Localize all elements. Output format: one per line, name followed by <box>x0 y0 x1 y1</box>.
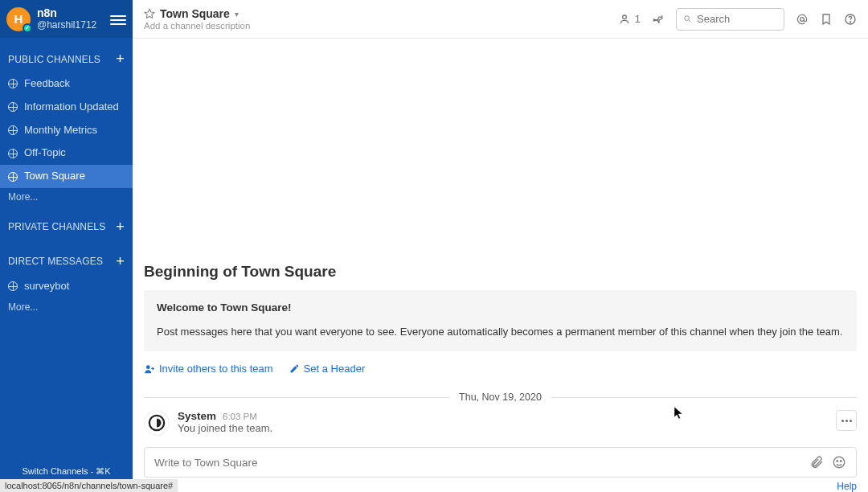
sidebar-item-label: Off-Topic <box>24 145 66 162</box>
channel-header: Town Square ▾ Add a channel description … <box>133 0 868 39</box>
compose-area <box>133 444 868 478</box>
channel-description-add[interactable]: Add a channel description <box>144 21 612 31</box>
star-icon[interactable] <box>144 8 155 19</box>
svg-point-9 <box>833 457 845 468</box>
svg-marker-0 <box>145 9 154 18</box>
direct-messages-header: DIRECT MESSAGES + <box>0 253 133 275</box>
public-channels-label: PUBLIC CHANNELS <box>8 54 100 65</box>
public-channels-section: PUBLIC CHANNELS + Feedback Information U… <box>0 51 133 206</box>
channel-title: Town Square <box>160 7 230 20</box>
hamburger-menu-icon[interactable] <box>110 13 126 26</box>
private-channels-label: PRIVATE CHANNELS <box>8 221 105 232</box>
invite-label: Invite others to this team <box>159 363 273 375</box>
globe-icon <box>8 79 18 88</box>
member-count-value: 1 <box>635 13 641 25</box>
help-icon[interactable] <box>844 13 857 26</box>
invite-others-link[interactable]: Invite others to this team <box>144 363 273 375</box>
welcome-box: Welcome to Town Square! Post messages he… <box>144 290 857 351</box>
sidebar-item-label: surveybot <box>24 278 69 295</box>
add-public-channel-icon[interactable]: + <box>116 51 125 68</box>
svg-point-1 <box>622 15 626 19</box>
post-you: You <box>178 422 199 434</box>
globe-icon <box>8 172 18 182</box>
compose-input[interactable] <box>154 457 801 469</box>
svg-point-7 <box>146 365 150 369</box>
user-handle: @harshil1712 <box>37 20 96 31</box>
add-dm-icon[interactable]: + <box>116 253 125 270</box>
channel-body: Beginning of Town Square Welcome to Town… <box>133 39 868 444</box>
channel-header-right: 1 <box>620 8 857 31</box>
globe-icon <box>8 102 18 112</box>
system-avatar <box>144 410 170 436</box>
sidebar-item-town-square[interactable]: Town Square <box>0 165 133 188</box>
welcome-text: Post messages here that you want everyon… <box>157 325 844 340</box>
channel-header-left: Town Square ▾ Add a channel description <box>144 7 612 31</box>
sidebar-item-label: Town Square <box>24 168 85 185</box>
post-system-joined: System 6:03 PM You joined the team. <box>133 407 868 439</box>
svg-point-2 <box>685 16 690 21</box>
private-channels-header: PRIVATE CHANNELS + <box>0 219 133 240</box>
sidebar: H n8n @harshil1712 PUBLIC CHANNELS + Fee… <box>0 0 133 492</box>
emoji-icon[interactable] <box>832 455 846 469</box>
post-content: System 6:03 PM You joined the team. <box>178 410 857 436</box>
avatar-letter: H <box>14 12 23 26</box>
people-icon <box>620 13 633 26</box>
post-text: You joined the team. <box>178 422 857 434</box>
status-badge-online-icon <box>23 23 32 33</box>
sidebar-item-monthly-metrics[interactable]: Monthly Metrics <box>0 119 133 142</box>
team-name: n8n <box>37 7 96 19</box>
svg-point-10 <box>837 461 838 462</box>
pin-icon[interactable] <box>652 13 665 26</box>
team-avatar[interactable]: H <box>6 7 31 31</box>
channel-title-row[interactable]: Town Square ▾ <box>144 7 612 20</box>
add-private-channel-icon[interactable]: + <box>116 219 125 236</box>
public-channels-header: PUBLIC CHANNELS + <box>0 51 133 72</box>
mentions-icon[interactable] <box>796 13 809 26</box>
bookmark-icon[interactable] <box>820 13 833 26</box>
direct-messages-label: DIRECT MESSAGES <box>8 256 103 267</box>
intro-heading: Beginning of Town Square <box>144 263 857 281</box>
channel-intro: Beginning of Town Square Welcome to Town… <box>133 263 868 387</box>
private-channels-section: PRIVATE CHANNELS + <box>0 219 133 240</box>
sidebar-item-information-updated[interactable]: Information Updated <box>0 96 133 119</box>
sidebar-item-off-topic[interactable]: Off-Topic <box>0 141 133 165</box>
svg-point-11 <box>841 461 842 462</box>
separator-date: Thu, Nov 19, 2020 <box>449 392 551 403</box>
member-count[interactable]: 1 <box>620 13 641 26</box>
search-icon <box>683 14 692 24</box>
sidebar-item-label: Information Updated <box>24 99 119 116</box>
post-menu-button[interactable] <box>836 410 857 431</box>
team-info[interactable]: n8n @harshil1712 <box>37 7 96 31</box>
post-author: System <box>178 410 216 422</box>
attachment-icon[interactable] <box>809 455 824 469</box>
system-avatar-icon <box>148 414 166 432</box>
browser-url-hint: localhost:8065/n8n/channels/town-square# <box>0 479 178 492</box>
globe-icon <box>8 125 18 135</box>
sidebar-item-label: Feedback <box>24 76 70 92</box>
sidebar-item-surveybot[interactable]: surveybot <box>0 275 133 298</box>
direct-messages-section: DIRECT MESSAGES + surveybot More... <box>0 253 133 316</box>
welcome-title: Welcome to Town Square! <box>157 301 844 314</box>
svg-line-3 <box>689 20 691 23</box>
globe-icon <box>8 149 18 158</box>
svg-point-4 <box>800 17 805 21</box>
date-separator: Thu, Nov 19, 2020 <box>144 387 857 407</box>
post-action: joined the team. <box>199 422 273 434</box>
intro-actions: Invite others to this team Set a Header <box>144 358 857 387</box>
sidebar-header: H n8n @harshil1712 <box>0 0 133 38</box>
chevron-down-icon[interactable]: ▾ <box>235 10 239 18</box>
help-row: Help <box>133 478 868 492</box>
search-box[interactable] <box>676 8 784 31</box>
user-plus-icon <box>144 363 155 375</box>
search-input[interactable] <box>697 13 777 25</box>
main: Town Square ▾ Add a channel description … <box>133 0 868 492</box>
sidebar-item-feedback[interactable]: Feedback <box>0 72 133 96</box>
sidebar-item-label: Monthly Metrics <box>24 122 97 139</box>
compose-box[interactable] <box>144 447 857 478</box>
help-link[interactable]: Help <box>837 481 857 492</box>
set-header-label: Set a Header <box>304 363 366 375</box>
more-public-channels[interactable]: More... <box>0 188 133 206</box>
more-dms[interactable]: More... <box>0 298 133 316</box>
post-time: 6:03 PM <box>223 412 257 421</box>
set-header-link[interactable]: Set a Header <box>289 363 366 375</box>
